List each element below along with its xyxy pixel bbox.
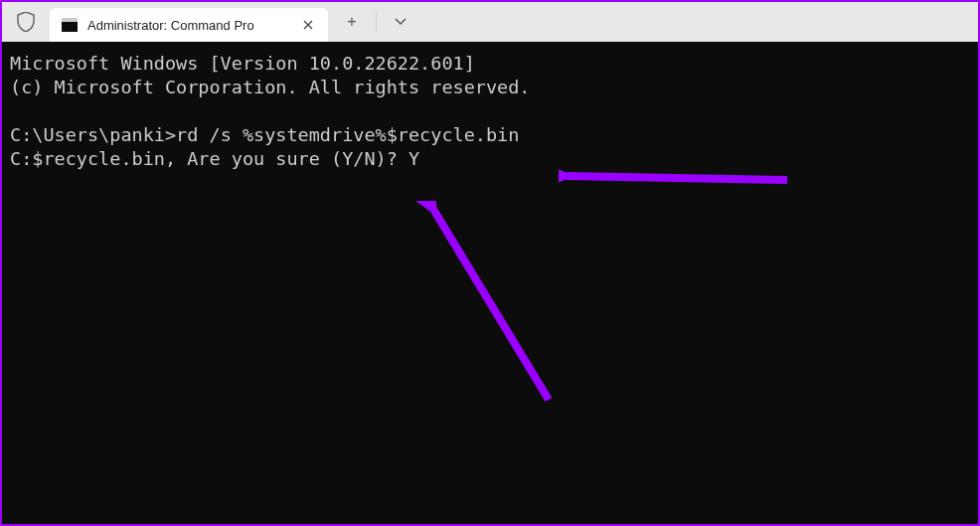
confirm-answer: Y [408, 148, 419, 169]
titlebar: Administrator: Command Pro + [2, 2, 978, 42]
new-tab-button[interactable]: + [332, 5, 372, 39]
shield-icon [14, 10, 38, 34]
active-tab[interactable]: Administrator: Command Pro [50, 8, 328, 42]
svg-line-0 [567, 176, 787, 180]
tab-title: Administrator: Command Pro [87, 18, 290, 33]
tab-dropdown-button[interactable] [381, 5, 420, 39]
annotation-arrow-icon [400, 201, 569, 410]
annotation-arrow-icon [559, 162, 797, 192]
close-icon[interactable] [300, 17, 316, 33]
terminal-line: Microsoft Windows [Version 10.0.22622.60… [10, 53, 475, 74]
terminal-body[interactable]: Microsoft Windows [Version 10.0.22622.60… [2, 42, 978, 524]
chevron-down-icon [395, 18, 407, 26]
prompt-path: C:\Users\panki> [10, 124, 176, 145]
confirm-prompt: C:$recycle.bin, Are you sure (Y/N)? [10, 148, 408, 169]
prompt-command: rd /s %systemdrive%$recycle.bin [176, 124, 519, 145]
svg-line-1 [434, 211, 549, 400]
cmd-icon [62, 18, 78, 32]
divider [376, 12, 377, 32]
plus-icon: + [347, 13, 356, 31]
terminal-window: Administrator: Command Pro + Microsoft W… [2, 2, 978, 524]
terminal-line: (c) Microsoft Corporation. All rights re… [10, 77, 530, 97]
